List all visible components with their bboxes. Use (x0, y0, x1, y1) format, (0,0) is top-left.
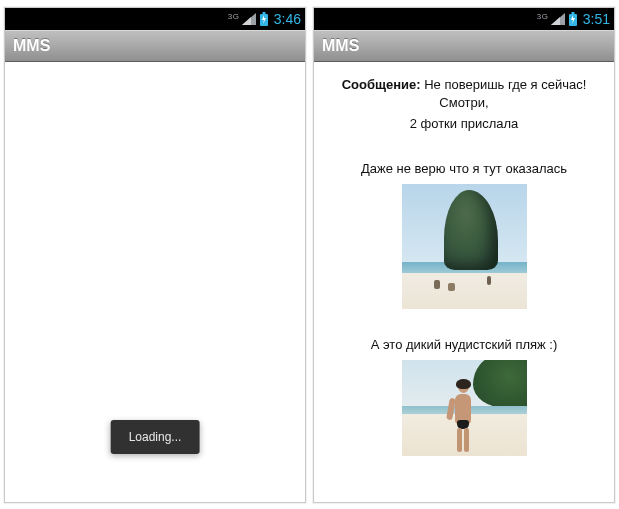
status-bar: 3G 3:46 (5, 8, 305, 30)
message-header-line: Сообщение: Не поверишь где я сейчас! Смо… (324, 76, 604, 111)
signal-icon: 3G (242, 13, 256, 25)
svg-rect-3 (262, 12, 265, 15)
network-type: 3G (537, 12, 549, 21)
mms-photo-1[interactable] (402, 184, 527, 309)
phone-screen-loading: 3G 3:46 MMS Loading... (4, 7, 306, 503)
app-title: MMS (13, 37, 50, 55)
signal-icon: 3G (551, 13, 565, 25)
photo-caption-1: Даже не верю что я тут оказалась (324, 161, 604, 176)
svg-marker-6 (551, 17, 560, 25)
phone-screen-message: 3G 3:51 MMS Сообщение: (313, 7, 615, 503)
message-text-line1: Не поверишь где я сейчас! Смотри, (424, 77, 586, 110)
app-title-bar: MMS (314, 30, 614, 62)
mms-photo-2[interactable] (402, 360, 527, 456)
clock: 3:51 (583, 11, 610, 27)
message-body: Сообщение: Не поверишь где я сейчас! Смо… (314, 62, 614, 456)
content-area[interactable]: Сообщение: Не поверишь где я сейчас! Смо… (314, 62, 614, 503)
battery-charging-icon (259, 12, 269, 26)
photo-caption-2: А это дикий нудистский пляж :) (324, 337, 604, 352)
app-title-bar: MMS (5, 30, 305, 62)
network-type: 3G (228, 12, 240, 21)
message-text-line2: 2 фотки прислала (324, 115, 604, 133)
battery-charging-icon (568, 12, 578, 26)
content-area: Loading... (5, 62, 305, 503)
status-bar: 3G 3:51 (314, 8, 614, 30)
clock: 3:46 (274, 11, 301, 27)
message-label: Сообщение: (342, 77, 421, 92)
svg-marker-1 (242, 17, 251, 25)
app-title: MMS (322, 37, 359, 55)
svg-rect-8 (571, 12, 574, 15)
loading-toast: Loading... (111, 420, 200, 454)
